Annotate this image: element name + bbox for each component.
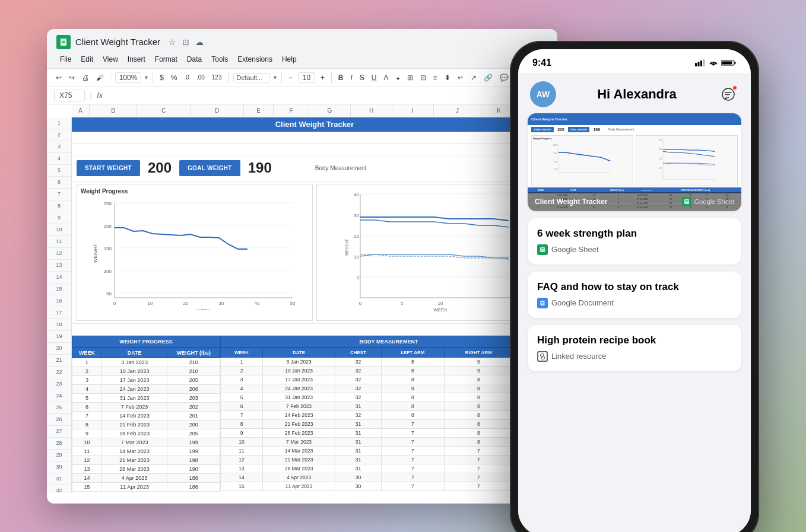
svg-rect-1 [62,40,65,40]
menu-format[interactable]: Format [151,54,181,65]
row-num-32: 32 [47,485,71,493]
svg-text:WEEK: WEEK [433,307,448,313]
svg-text:WEIGHT: WEIGHT [345,238,349,256]
folder-icon[interactable]: ⊡ [182,37,189,47]
recipe-link-icon [537,351,548,362]
row-num-29: 29 [47,450,71,461]
body-row-5: 531 Jan 2023328830 [221,393,557,402]
sheet-data-area: Client Weight Tracker START WEIGHT 200 G… [72,117,557,493]
body-row-10: 107 Mar 2023317829 [221,437,557,446]
cell-reference[interactable] [54,90,85,101]
phone-screen: 9:41 [518,49,751,533]
svg-rect-44 [700,60,702,66]
svg-text:150: 150 [553,152,558,155]
svg-text:10: 10 [438,301,443,306]
recipe-book-title: High protein recipe book [537,335,732,346]
svg-rect-43 [698,62,700,66]
redo-button[interactable]: ↪ [67,72,77,83]
star-icon[interactable]: ☆ [169,37,176,47]
resource-preview-card[interactable]: Client Weight Tracker START WEIGHT 200 G… [528,113,741,211]
row-num-7: 7 [47,189,71,200]
body-table: WEEKDATECHESTLEFT ARMRIGHT ARMWAIST 13 J… [220,348,557,491]
borders-button[interactable]: ⊞ [405,72,415,83]
svg-text:WEIGHT: WEIGHT [93,243,98,262]
toolbar: ↩ ↪ 🖨 🖌 100% ▾ $ % .0 .00 123 Default...… [47,69,557,87]
col-header-a: A [72,104,90,117]
menu-file[interactable]: File [56,54,75,65]
bold-button[interactable]: B [337,72,345,83]
row-num-8: 8 [47,200,71,212]
formula-input[interactable] [107,91,550,100]
percent-btn[interactable]: % [169,72,179,83]
status-icons [695,59,737,66]
zoom-selector[interactable]: 100% [115,72,142,83]
separator-2 [153,72,153,83]
menu-tools[interactable]: Tools [208,54,231,65]
font-selector[interactable]: Default... [233,73,270,82]
svg-rect-42 [695,63,697,66]
undo-button[interactable]: ↩ [54,72,64,83]
font-size-plus[interactable]: + [319,72,326,83]
print-button[interactable]: 🖨 [80,72,91,83]
weight-row-4: 424 Jan 2023206 [72,384,220,393]
weight-progress-table: WEIGHT PROGRESS WEEK DATE WEIGHT (lbs) [72,336,220,492]
font-size-input[interactable]: 10 [298,72,315,83]
link-button[interactable]: 🔗 [482,72,494,83]
recipe-book-card[interactable]: High protein recipe book Linked resource [528,325,741,371]
menu-insert[interactable]: Insert [124,54,149,65]
menu-extensions[interactable]: Extensions [234,54,276,65]
comment-button[interactable]: 💬 [498,72,510,83]
col-header-d: D [191,104,244,117]
body-row-1: 13 Jan 2023328930 [221,357,557,366]
faq-title: FAQ and how to stay on track [537,281,732,293]
merge-button[interactable]: ⊟ [418,72,428,83]
row-num-12: 12 [47,248,71,260]
col-header-g: G [309,104,351,117]
decimal-0-btn[interactable]: .0 [183,73,191,82]
row-num-3: 3 [47,141,71,153]
paint-format-button[interactable]: 🖌 [94,72,105,83]
row-num-22: 22 [47,367,71,378]
row-4-stat-boxes: START WEIGHT 200 GOAL WEIGHT 190 Body Me… [72,155,557,181]
text-wrap-button[interactable]: ↵ [456,72,465,83]
wifi-icon [709,59,718,66]
align-v-button[interactable]: ⬍ [443,72,452,83]
align-left-button[interactable]: ≡ [431,72,439,83]
sheet-title-row: Client Weight Tracker [72,117,557,132]
cloud-icon[interactable]: ☁ [195,37,204,47]
mini-title: Client Weight Tracker [531,117,567,121]
row-num-27: 27 [47,426,71,438]
strikethrough-button[interactable]: S [358,72,366,83]
menu-data[interactable]: Data [183,54,205,65]
weight-table-body: 13 Jan 2023210210 Jan 2023210317 Jan 202… [72,358,220,491]
svg-text:20: 20 [183,301,189,306]
chat-button[interactable] [718,84,739,105]
row-num-30: 30 [47,461,71,473]
format-123-btn[interactable]: 123 [210,73,224,82]
svg-rect-75 [541,249,544,249]
svg-text:0: 0 [113,301,116,306]
weight-table-header: WEIGHT PROGRESS [72,336,220,348]
text-color-button[interactable]: A [382,72,391,83]
font-size-minus[interactable]: − [287,72,294,83]
row-num-10: 10 [47,224,71,236]
menu-view[interactable]: View [99,54,122,65]
weight-row-12: 1221 Mar 2023198 [72,455,220,464]
italic-button[interactable]: I [348,72,354,83]
svg-rect-80 [541,304,543,304]
rotate-button[interactable]: ↗ [469,72,478,83]
faq-card[interactable]: FAQ and how to stay on track Goog [528,272,741,318]
status-time: 9:41 [532,58,551,68]
row-num-23: 23 [47,378,71,390]
sheets-title-row: Client Weight Tracker ☆ ⊡ ☁ [56,35,548,49]
svg-text:30: 30 [354,213,359,218]
strength-plan-card[interactable]: 6 week strength plan Google Sheet [528,218,741,265]
svg-text:200: 200 [104,224,112,229]
decimal-00-btn[interactable]: .00 [195,73,207,82]
menu-help[interactable]: Help [278,54,300,65]
currency-btn[interactable]: $ [158,72,166,83]
svg-rect-72 [685,200,688,201]
fill-color-button[interactable]: ⬥ [394,72,402,83]
menu-edit[interactable]: Edit [77,54,97,65]
underline-button[interactable]: U [370,72,379,83]
